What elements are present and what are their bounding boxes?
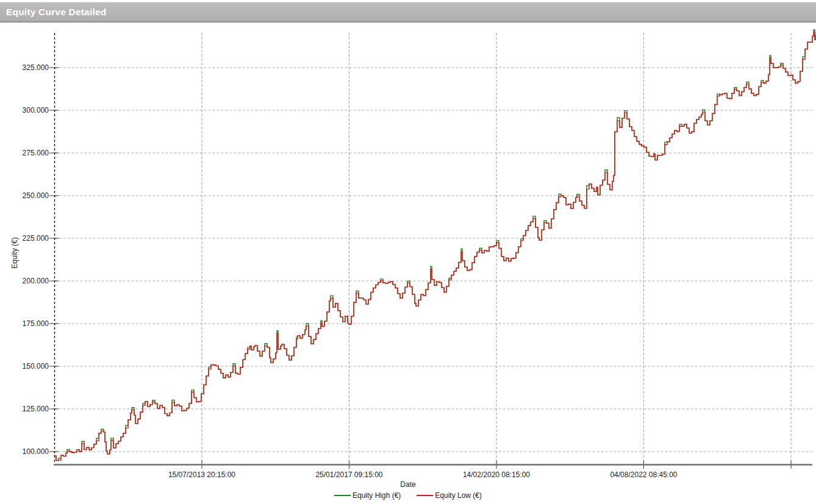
x-axis-title: Date [0,480,816,489]
x-tick-label: 25/01/2017 09:15:00 [315,470,382,479]
x-tick-label: 15/07/2013 20:15:00 [168,470,235,479]
y-tick-label: 275.000 [23,149,49,157]
equity-low-series [54,32,816,461]
chart-legend: Equity High (€) Equity Low (€) [0,491,816,500]
y-axis-title: Equity (€) [10,229,19,277]
equity-low-line-icon [417,495,433,496]
y-tick-label: 100.000 [23,447,49,456]
legend-item-equity-low[interactable]: Equity Low (€) [417,491,482,500]
y-tick-label: 250.000 [23,191,49,200]
y-tick-label: 300.000 [23,106,49,115]
equity-high-line-icon [334,495,351,496]
y-tick-label: 325.000 [23,63,49,72]
y-tick-label: 125.000 [23,405,49,413]
equity-high-series [54,30,816,461]
legend-label-equity-high: Equity High (€) [353,491,401,500]
legend-label-equity-low: Equity Low (€) [435,491,482,500]
y-tick-label: 225.000 [23,234,49,243]
x-tick-label: 14/02/2020 08:15:00 [463,470,530,479]
y-tick-label: 175.000 [23,319,49,328]
legend-item-equity-high[interactable]: Equity High (€) [334,491,401,500]
equity-curve-panel: Equity Curve Detailed 100.000125.000150.… [0,0,816,504]
x-tick-label: 04/08/2022 08:45:00 [610,470,677,479]
y-tick-label: 200.000 [23,277,49,285]
equity-chart-canvas[interactable]: 100.000125.000150.000175.000200.000225.0… [0,0,816,481]
y-tick-label: 150.000 [23,362,49,371]
